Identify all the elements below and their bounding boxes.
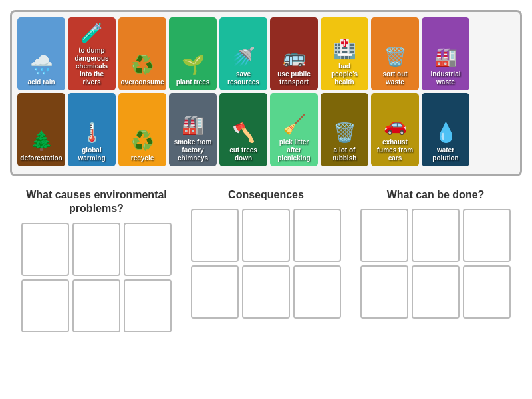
card-label: use public transport: [273, 69, 315, 88]
drop-cell-causes-1-0[interactable]: [21, 279, 69, 332]
card-use-public-transport[interactable]: 🚌 use public transport: [270, 17, 318, 90]
drop-grid-consequences: [191, 209, 341, 319]
card-water-polution[interactable]: 💧 water polution: [422, 93, 469, 166]
column-title-consequences: Consequences: [228, 188, 304, 202]
card-deforestation[interactable]: 🌲 deforestation: [17, 93, 65, 166]
card-icon: 🚿: [232, 46, 255, 68]
card-icon: 🏭: [182, 114, 205, 136]
drop-cell-solutions-0-0[interactable]: [360, 209, 408, 262]
drop-cell-solutions-1-1[interactable]: [412, 265, 460, 319]
card-pick-litter-after-pi[interactable]: 🧹 pick litter after picnicking: [270, 93, 318, 166]
drop-cell-consequences-1-2[interactable]: [293, 265, 341, 319]
card-label: sort out waste: [374, 69, 416, 88]
drop-cell-causes-1-1[interactable]: [72, 279, 120, 332]
drop-grid-solutions: [360, 209, 511, 319]
card-overconsume[interactable]: ♻️ overconsume: [118, 17, 166, 90]
card-label: cut trees down: [222, 145, 265, 164]
column-title-causes: What causes environmental problems?: [17, 188, 176, 216]
drop-cell-consequences-0-0[interactable]: [191, 209, 239, 262]
card-to-dump-dangerous-ch[interactable]: 🧪 to dump dangerous chemicals into the r…: [68, 17, 116, 90]
card-label: exhaust fumes from cars: [374, 137, 416, 164]
drop-cell-consequences-1-0[interactable]: [191, 265, 239, 319]
card-grid-container: 🌧️ acid rain 🧪 to dump dangerous chemica…: [10, 10, 522, 176]
card-icon: 💧: [434, 122, 458, 144]
card-label: pick litter after picnicking: [273, 137, 315, 164]
card-bad-people's-health[interactable]: 🏥 bad people's health: [321, 17, 368, 90]
card-exhaust-fumes-from-c[interactable]: 🚗 exhaust fumes from cars: [371, 93, 419, 166]
card-smoke-from-factory-c[interactable]: 🏭 smoke from factory chimneys: [169, 93, 217, 166]
card-label: plant trees: [175, 77, 211, 88]
card-icon: 🧹: [283, 114, 306, 136]
card-label: global warming: [70, 145, 113, 164]
card-label: deforestation: [19, 153, 63, 164]
card-recycle[interactable]: ♻️ recycle: [118, 93, 166, 166]
card-icon: 🏭: [434, 46, 458, 68]
card-icon: 🌧️: [30, 54, 53, 76]
drop-cell-consequences-0-2[interactable]: [293, 209, 341, 262]
card-sort-out-waste[interactable]: 🗑️ sort out waste: [371, 17, 419, 90]
card-icon: ♻️: [131, 130, 154, 152]
card-icon: 🗑️: [333, 122, 356, 144]
drop-cell-solutions-1-2[interactable]: [463, 265, 511, 319]
card-row-1: 🌧️ acid rain 🧪 to dump dangerous chemica…: [17, 17, 515, 90]
card-label: save resources: [222, 69, 265, 88]
card-icon: 🌡️: [80, 122, 104, 144]
sorting-column-solutions: What can be done?: [356, 188, 515, 332]
drop-cell-causes-0-0[interactable]: [21, 223, 69, 276]
card-label: smoke from factory chimneys: [172, 137, 214, 164]
card-label: industrial waste: [424, 69, 467, 88]
card-icon: 🪓: [232, 122, 255, 144]
card-icon: 🚗: [384, 114, 407, 136]
card-row-2: 🌲 deforestation 🌡️ global warming ♻️ rec…: [17, 93, 515, 166]
card-label: a lot of rubbish: [323, 145, 366, 164]
card-icon: 🌲: [30, 130, 53, 152]
card-label: water polution: [424, 145, 467, 164]
drop-cell-solutions-1-0[interactable]: [360, 265, 408, 319]
drop-cell-causes-0-1[interactable]: [72, 223, 120, 276]
drop-cell-consequences-1-1[interactable]: [242, 265, 290, 319]
drop-cell-solutions-0-2[interactable]: [463, 209, 511, 262]
card-label: bad people's health: [323, 61, 366, 88]
card-icon: 🏥: [333, 38, 356, 60]
sorting-column-consequences: Consequences: [186, 188, 346, 332]
card-label: recycle: [130, 153, 155, 164]
sorting-column-causes: What causes environmental problems?: [17, 188, 176, 332]
card-a-lot-of-rubbish[interactable]: 🗑️ a lot of rubbish: [321, 93, 368, 166]
sorting-area: What causes environmental problems?Conse…: [10, 188, 522, 332]
drop-cell-solutions-0-1[interactable]: [412, 209, 460, 262]
column-title-solutions: What can be done?: [387, 188, 485, 202]
page: 🌧️ acid rain 🧪 to dump dangerous chemica…: [0, 0, 532, 342]
card-icon: 🌱: [182, 54, 205, 76]
card-icon: 🗑️: [384, 46, 407, 68]
card-icon: ♻️: [131, 54, 154, 76]
drop-cell-causes-0-2[interactable]: [124, 223, 172, 276]
card-label: overconsume: [119, 77, 165, 88]
card-label: to dump dangerous chemicals into the riv…: [70, 45, 113, 88]
drop-cell-causes-1-2[interactable]: [124, 279, 172, 332]
card-icon: 🚌: [283, 46, 306, 68]
card-label: acid rain: [26, 77, 56, 88]
card-icon: 🧪: [80, 22, 104, 44]
card-plant-trees[interactable]: 🌱 plant trees: [169, 17, 217, 90]
drop-cell-consequences-0-1[interactable]: [242, 209, 290, 262]
card-cut-trees-down[interactable]: 🪓 cut trees down: [219, 93, 267, 166]
card-industrial-waste[interactable]: 🏭 industrial waste: [422, 17, 469, 90]
card-acid-rain[interactable]: 🌧️ acid rain: [17, 17, 65, 90]
drop-grid-causes: [21, 223, 172, 332]
card-save-resources[interactable]: 🚿 save resources: [219, 17, 267, 90]
card-global-warming[interactable]: 🌡️ global warming: [68, 93, 116, 166]
